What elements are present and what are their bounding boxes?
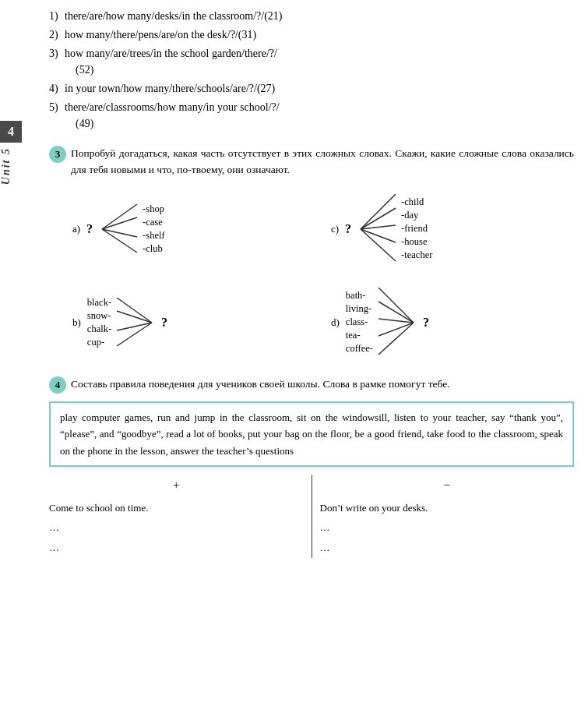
- minus-dots-1: …: [320, 517, 575, 538]
- tree-d-question: ?: [423, 316, 429, 330]
- list-item: 2) how many/there/pens/are/on the desk/?…: [49, 26, 574, 43]
- minus-example: Don’t write on your desks.: [320, 499, 575, 517]
- exercise-3-header: 3 Попробуй догадаться, какая часть отсут…: [49, 146, 574, 178]
- plus-example: Come to school on time.: [49, 499, 304, 517]
- svg-line-10: [117, 311, 152, 323]
- exercise-3-instruction: Попробуй догадаться, какая часть отсутст…: [71, 146, 574, 178]
- svg-line-9: [117, 298, 152, 323]
- tree-b-svg: [113, 288, 160, 358]
- tree-c-words: -child -day -friend -house -teacher: [401, 196, 432, 261]
- tree-c: c) ? -child -day -fri: [331, 186, 574, 272]
- tree-b-words: black- snow- chalk- cup-: [87, 297, 111, 348]
- numbered-list: 1) there/are/how many/desks/in the class…: [49, 8, 574, 132]
- exercise-4-instruction: Составь правила поведения для учеников с…: [71, 376, 450, 393]
- svg-line-17: [379, 323, 414, 355]
- sidebar: 4 Unit 5: [0, 0, 43, 710]
- wordbox: play computer games, run and jump in the…: [49, 401, 574, 467]
- exercise-4-bubble: 4: [49, 376, 66, 394]
- list-item: 5) there/are/classrooms/how many/in your…: [49, 99, 574, 132]
- tree-a: a) ? -shop -case -shelf: [72, 186, 315, 272]
- svg-line-1: [102, 217, 137, 229]
- page-container: 4 Unit 5 1) there/are/how many/desks/in …: [0, 0, 588, 710]
- tree-d: d) bath- living- class- tea- coffee-: [331, 280, 574, 366]
- tree-a-svg: [94, 194, 141, 264]
- plus-header: +: [49, 475, 304, 496]
- tree-a-question: ?: [86, 222, 93, 236]
- plus-column: + Come to school on time. … …: [49, 475, 304, 557]
- tree-a-label: a): [72, 223, 80, 235]
- word-trees-grid: a) ? -shop -case -shelf: [72, 186, 574, 366]
- minus-column: − Don’t write on your desks. … …: [320, 475, 575, 557]
- tree-b-question: ?: [161, 316, 167, 330]
- list-item: 4) in your town/how many/there/schools/a…: [49, 80, 574, 97]
- list-item: 1) there/are/how many/desks/in the class…: [49, 8, 574, 24]
- plus-minus-row: + Come to school on time. … … − Don’t wr…: [49, 475, 574, 557]
- tree-c-question: ?: [345, 222, 351, 236]
- minus-dots-2: …: [320, 538, 575, 558]
- unit-number: 4: [0, 121, 22, 143]
- exercise-3: 3 Попробуй догадаться, какая часть отсут…: [49, 146, 574, 366]
- plus-dots-2: …: [49, 538, 304, 558]
- tree-d-svg: [375, 280, 421, 366]
- list-item: 3) how many/are/trees/in the school gard…: [49, 45, 574, 78]
- plus-dots-1: …: [49, 517, 304, 538]
- tree-d-words: bath- living- class- tea- coffee-: [346, 290, 373, 355]
- tree-a-words: -shop -case -shelf -club: [143, 203, 164, 255]
- svg-line-16: [379, 323, 414, 336]
- tree-b: b) black- snow- chalk- cup-: [72, 280, 315, 366]
- svg-line-7: [361, 229, 396, 242]
- tree-c-label: c): [331, 223, 339, 235]
- svg-line-0: [102, 204, 137, 229]
- tree-b-label: b): [72, 316, 81, 329]
- exercise-3-bubble: 3: [49, 146, 66, 163]
- tree-d-label: d): [331, 316, 340, 329]
- unit-label: Unit 5: [0, 144, 22, 188]
- pm-divider: [312, 475, 312, 557]
- exercise-4: 4 Составь правила поведения для учеников…: [49, 376, 574, 558]
- svg-line-8: [361, 229, 396, 261]
- minus-header: −: [320, 475, 575, 496]
- tree-c-svg: [353, 186, 400, 272]
- exercise-list: 1) there/are/how many/desks/in the class…: [49, 8, 574, 132]
- exercise-4-header: 4 Составь правила поведения для учеников…: [49, 376, 574, 394]
- main-content: 1) there/are/how many/desks/in the class…: [43, 0, 588, 710]
